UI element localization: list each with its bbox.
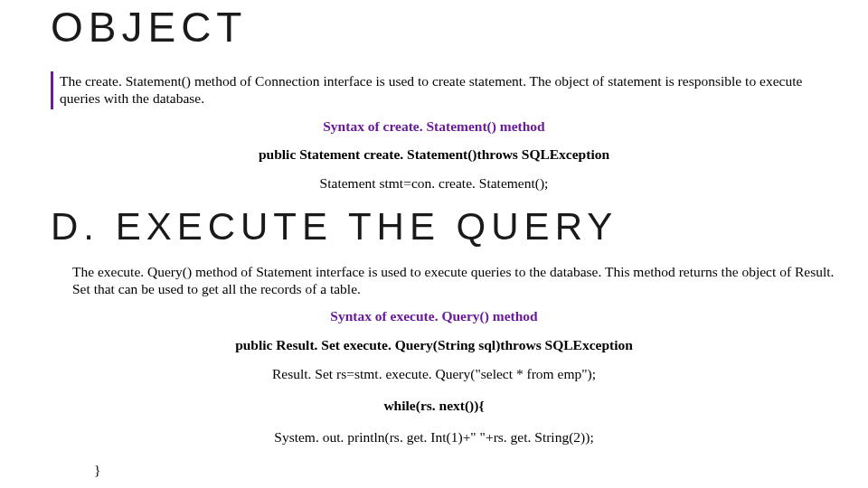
heading-d: D. EXECUTE THE QUERY xyxy=(51,205,618,249)
paragraph-d: The execute. Query() method of Statement… xyxy=(72,263,841,298)
closing-brace: } xyxy=(94,462,100,478)
example-d-2: while(rs. next()){ xyxy=(0,398,868,414)
signature-d: public Result. Set execute. Query(String… xyxy=(0,337,868,353)
slide: C. CREATE THE STATEMENT OBJECT The creat… xyxy=(0,0,868,488)
signature-c: public Statement create. Statement()thro… xyxy=(0,146,868,163)
paragraph-c: The create. Statement() method of Connec… xyxy=(60,72,841,108)
syntax-title-d: Syntax of execute. Query() method xyxy=(0,308,868,324)
syntax-title-c: Syntax of create. Statement() method xyxy=(0,118,868,135)
example-d-3: System. out. println(rs. get. Int(1)+" "… xyxy=(0,429,868,446)
example-c: Statement stmt=con. create. Statement(); xyxy=(0,175,868,192)
heading-c: C. CREATE THE STATEMENT OBJECT xyxy=(51,0,868,50)
accent-bar xyxy=(51,71,53,109)
example-d-1: Result. Set rs=stmt. execute. Query("sel… xyxy=(0,366,868,382)
